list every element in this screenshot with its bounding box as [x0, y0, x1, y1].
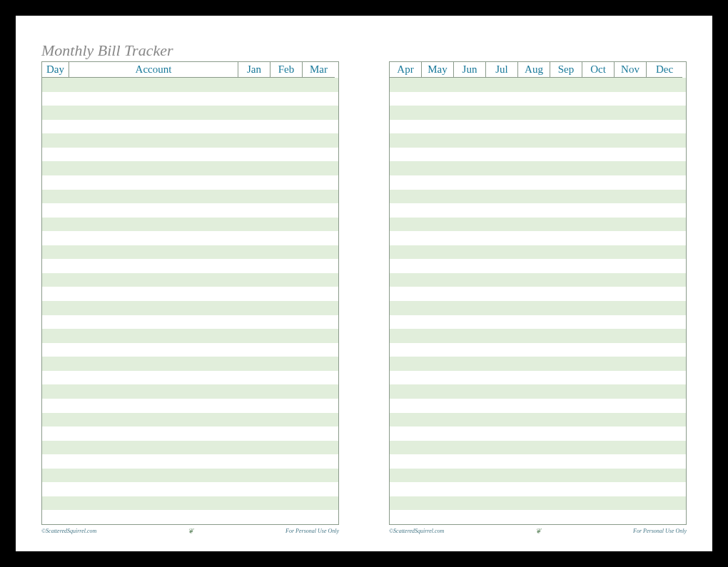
table-row: [390, 78, 686, 92]
table-row: [42, 106, 338, 120]
table-row: [390, 441, 686, 455]
table-row: [390, 273, 686, 287]
table-row: [42, 287, 338, 301]
footer-usage: For Personal Use Only: [633, 528, 687, 534]
table-row: [390, 120, 686, 134]
table-row: [42, 231, 338, 245]
title-spacer: [389, 41, 687, 61]
table-row: [42, 454, 338, 469]
table-row: [390, 343, 686, 357]
table-row: [42, 482, 338, 496]
footer-right-page: ©ScatteredSquirrel.com ❦ For Personal Us…: [389, 528, 687, 534]
grid-body-left: [42, 78, 338, 524]
table-row: [390, 426, 686, 441]
table-row: [42, 245, 338, 260]
page-title: Monthly Bill Tracker: [41, 41, 339, 60]
left-page: Monthly Bill Tracker Day Account Jan Feb…: [41, 41, 339, 537]
table-row: [390, 301, 686, 315]
tracker-grid-right: Apr May Jun Jul Aug Sep Oct Nov Dec: [389, 61, 687, 525]
footer-credit: ©ScatteredSquirrel.com: [41, 528, 96, 534]
col-header-nov: Nov: [615, 62, 647, 78]
footer-left-page: ©ScatteredSquirrel.com ❦ For Personal Us…: [41, 528, 339, 534]
table-row: [42, 203, 338, 218]
footer-ornament-icon: ❦: [188, 527, 193, 535]
table-row: [390, 399, 686, 413]
right-page: Apr May Jun Jul Aug Sep Oct Nov Dec: [389, 41, 687, 537]
table-row: [390, 106, 686, 120]
col-header-apr: Apr: [390, 62, 422, 78]
table-row: [390, 175, 686, 190]
paper-sheet: Monthly Bill Tracker Day Account Jan Feb…: [16, 16, 712, 551]
table-row: [42, 175, 338, 190]
col-header-aug: Aug: [518, 62, 550, 78]
col-header-jan: Jan: [238, 62, 271, 78]
table-row: [390, 133, 686, 148]
table-row: [390, 496, 686, 511]
col-header-account: Account: [69, 62, 238, 78]
table-row: [42, 259, 338, 273]
footer-usage: For Personal Use Only: [285, 528, 339, 534]
table-row: [390, 190, 686, 204]
tracker-grid-left: Day Account Jan Feb Mar: [41, 61, 339, 525]
table-row: [42, 120, 338, 134]
col-header-mar: Mar: [303, 62, 335, 78]
table-row: [390, 371, 686, 385]
table-row: [390, 161, 686, 175]
col-header-oct: Oct: [582, 62, 615, 78]
table-row: [42, 315, 338, 330]
table-row: [42, 301, 338, 315]
col-header-jun: Jun: [454, 62, 486, 78]
table-row: [42, 496, 338, 511]
table-row: [42, 343, 338, 357]
table-row: [42, 469, 338, 483]
header-row: Apr May Jun Jul Aug Sep Oct Nov Dec: [390, 62, 686, 78]
col-header-sep: Sep: [550, 62, 582, 78]
table-row: [390, 287, 686, 301]
table-row: [390, 413, 686, 427]
table-row: [390, 92, 686, 106]
col-header-may: May: [422, 62, 454, 78]
table-row: [42, 78, 338, 92]
table-row: [42, 218, 338, 232]
table-row: [390, 218, 686, 232]
table-row: [390, 469, 686, 483]
table-row: [390, 384, 686, 399]
header-row: Day Account Jan Feb Mar: [42, 62, 338, 78]
table-row: [42, 329, 338, 343]
table-row: [390, 357, 686, 371]
table-row: [42, 371, 338, 385]
table-row: [42, 384, 338, 399]
table-row: [42, 413, 338, 427]
table-row: [390, 510, 686, 524]
footer-ornament-icon: ❦: [535, 527, 541, 535]
col-header-day: Day: [42, 62, 69, 78]
grid-body-right: [390, 78, 686, 524]
table-row: [390, 245, 686, 260]
table-row: [42, 357, 338, 371]
table-row: [390, 454, 686, 469]
table-row: [42, 399, 338, 413]
table-row: [42, 190, 338, 204]
table-row: [390, 482, 686, 496]
table-row: [390, 231, 686, 245]
table-row: [42, 510, 338, 524]
table-row: [390, 259, 686, 273]
table-row: [390, 315, 686, 330]
table-row: [390, 148, 686, 162]
table-row: [42, 148, 338, 162]
table-row: [42, 133, 338, 148]
col-header-jul: Jul: [486, 62, 518, 78]
table-row: [42, 273, 338, 287]
table-row: [390, 203, 686, 218]
col-header-feb: Feb: [271, 62, 303, 78]
table-row: [42, 426, 338, 441]
table-row: [390, 329, 686, 343]
table-row: [42, 161, 338, 175]
footer-credit: ©ScatteredSquirrel.com: [389, 528, 444, 534]
col-header-dec: Dec: [647, 62, 682, 78]
table-row: [42, 441, 338, 455]
table-row: [42, 92, 338, 106]
